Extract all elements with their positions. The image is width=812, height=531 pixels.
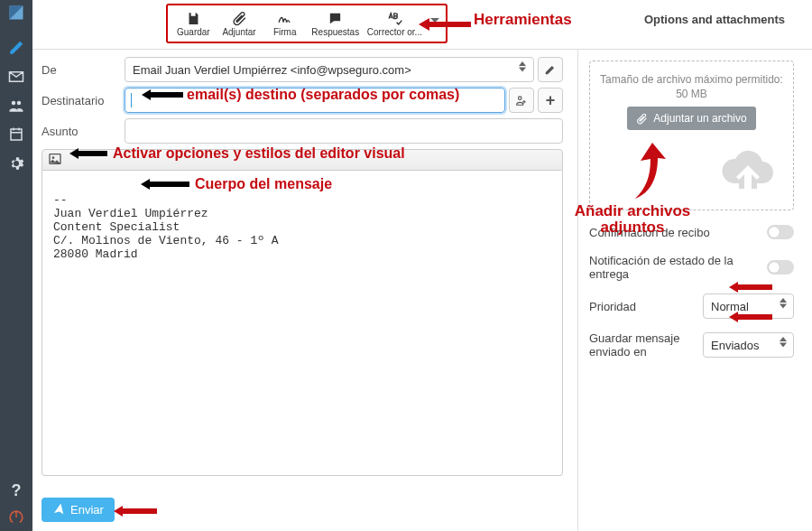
spellcheck-icon — [387, 11, 402, 27]
options-heading: Options and attachments — [644, 13, 785, 26]
tb-signature-label: Firma — [273, 27, 297, 37]
max-size-text: Tamaño de archivo máximo permitido: 50 M… — [597, 72, 786, 101]
edit-from-button[interactable] — [538, 57, 563, 82]
attach-file-button[interactable]: Adjuntar un archivo — [627, 107, 755, 130]
from-label: De — [42, 63, 125, 77]
comment-icon — [328, 11, 343, 27]
upload-dropzone[interactable]: Tamaño de archivo máximo permitido: 50 M… — [589, 61, 794, 210]
nav-mail[interactable] — [2, 63, 31, 90]
send-label: Enviar — [70, 503, 104, 517]
toolbar: Guardar Adjuntar Firma Respuestas Correc… — [166, 4, 448, 43]
nav-logout[interactable] — [2, 504, 31, 531]
app-logo-icon — [7, 4, 25, 22]
attach-file-label: Adjuntar un archivo — [653, 112, 746, 125]
nav-help[interactable]: ? — [2, 477, 31, 504]
svg-rect-0 — [15, 511, 17, 518]
paperclip-icon — [232, 11, 247, 27]
nav-contacts[interactable] — [2, 92, 31, 119]
tb-spellcheck[interactable]: Corrector or... — [367, 11, 422, 37]
svg-point-2 — [52, 156, 55, 159]
subject-input[interactable] — [125, 118, 563, 144]
upload-icon — [719, 147, 777, 200]
nav-compose[interactable] — [2, 34, 31, 61]
add-recipient-button[interactable]: + — [538, 88, 563, 113]
savein-select[interactable]: Enviados — [703, 332, 794, 358]
return-receipt-label: Confirmación de recibo — [589, 226, 767, 239]
send-button[interactable]: Enviar — [42, 498, 115, 522]
priority-label: Prioridad — [589, 300, 696, 313]
dsn-label: Notificación de estado de la entrega — [589, 254, 767, 281]
subject-label: Asunto — [42, 125, 125, 138]
priority-select[interactable]: Normal — [703, 293, 794, 319]
tb-signature[interactable]: Firma — [266, 11, 304, 37]
savein-label: Guardar mensaje enviado en — [589, 331, 696, 359]
from-select[interactable]: Email Juan Verdiel Umpiérrez <info@wpseg… — [125, 57, 534, 82]
attachments-panel: Tamaño de archivo máximo permitido: 50 M… — [577, 50, 805, 531]
tb-more[interactable] — [430, 16, 439, 31]
editor-toolbar — [42, 149, 563, 171]
nav-settings[interactable] — [2, 150, 31, 177]
tb-responses[interactable]: Respuestas — [311, 11, 359, 37]
dsn-toggle[interactable] — [767, 260, 794, 275]
image-icon[interactable] — [48, 152, 62, 169]
topbar: Guardar Adjuntar Firma Respuestas Correc… — [32, 0, 812, 50]
to-input[interactable] — [125, 88, 505, 113]
tb-save-label: Guardar — [177, 27, 210, 37]
tb-save[interactable]: Guardar — [174, 11, 212, 37]
tb-spellcheck-label: Corrector or... — [367, 27, 422, 37]
return-receipt-toggle[interactable] — [767, 225, 794, 239]
tb-responses-label: Respuestas — [311, 27, 359, 37]
save-icon — [186, 11, 201, 27]
app-sidebar: ? — [0, 0, 32, 531]
nav-calendar[interactable] — [2, 121, 31, 148]
editor-body[interactable]: -- Juan Verdiel Umpiérrez Content Specia… — [42, 171, 563, 476]
tb-attach[interactable]: Adjuntar — [220, 11, 258, 37]
to-label: Destinatario — [42, 94, 125, 107]
add-contact-button[interactable] — [509, 88, 534, 113]
compose-form: De Email Juan Verdiel Umpiérrez <info@wp… — [32, 50, 568, 476]
signature-icon — [277, 11, 292, 27]
tb-attach-label: Adjuntar — [222, 27, 255, 37]
